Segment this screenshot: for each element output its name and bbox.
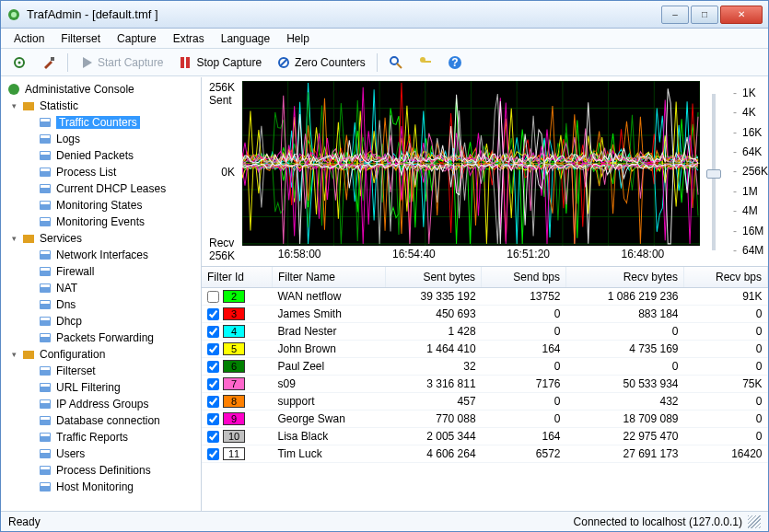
tree-item[interactable]: Monitoring Events	[3, 214, 201, 230]
tree-group[interactable]: ▾Configuration	[3, 346, 201, 363]
tree-item[interactable]: Traffic Counters	[3, 114, 201, 131]
filter-name: Paul Zeel	[272, 358, 385, 376]
recv-bps: 0	[684, 306, 768, 323]
url-icon	[38, 380, 52, 395]
row-checkbox[interactable]	[207, 378, 219, 390]
expander-icon[interactable]: ▾	[8, 349, 19, 360]
tree-item[interactable]: Firewall	[3, 263, 201, 280]
table-row[interactable]: 3James Smith450 6930883 1840	[202, 306, 768, 323]
tool-key-button[interactable]	[413, 52, 438, 73]
tree-item[interactable]: Logs	[3, 131, 201, 147]
svg-rect-34	[41, 251, 50, 254]
svg-rect-7	[186, 57, 190, 68]
table-row[interactable]: 8support45704320	[202, 393, 768, 411]
slider-thumb[interactable]	[706, 169, 721, 179]
row-checkbox[interactable]	[207, 343, 219, 355]
close-button[interactable]: ✕	[720, 6, 763, 24]
tree-item[interactable]: Process List	[3, 164, 201, 180]
tree-item[interactable]: Users	[3, 445, 201, 462]
table-row[interactable]: 5John Brown1 464 4101644 735 1690	[202, 341, 768, 358]
col-header[interactable]: Sent bytes	[386, 267, 482, 288]
menu-extras[interactable]: Extras	[166, 30, 212, 47]
svg-point-1	[11, 12, 17, 17]
tree-group[interactable]: ▾Services	[3, 230, 201, 247]
start-capture-button[interactable]: Start Capture	[74, 52, 169, 73]
menu-capture[interactable]: Capture	[110, 30, 164, 47]
filter-table[interactable]: Filter IdFilter NameSent bytesSend bpsRe…	[202, 266, 768, 511]
tree-item[interactable]: URL Filtering	[3, 379, 201, 396]
svg-rect-25	[41, 168, 50, 171]
menu-filterset[interactable]: Filterset	[53, 30, 108, 47]
table-row[interactable]: 11Tim Luck4 606 264657227 691 17316420	[202, 445, 768, 463]
row-checkbox[interactable]	[207, 448, 219, 460]
tool-tools-button[interactable]	[36, 52, 62, 73]
tree-item[interactable]: IP Address Groups	[3, 396, 201, 412]
row-checkbox[interactable]	[207, 396, 219, 408]
row-checkbox[interactable]	[207, 326, 219, 338]
target-icon	[12, 55, 27, 70]
tool-help-button[interactable]: ?	[442, 52, 468, 73]
nav-tree[interactable]: Administative Console ▾StatisticTraffic …	[1, 77, 202, 511]
row-checkbox[interactable]	[207, 413, 219, 425]
tool-target-button[interactable]	[6, 52, 32, 73]
filter-color-swatch: 10	[223, 430, 245, 443]
row-checkbox[interactable]	[207, 361, 219, 373]
col-header[interactable]: Filter Name	[272, 267, 385, 288]
resize-grip[interactable]	[748, 515, 761, 528]
maximize-button[interactable]: □	[691, 6, 718, 24]
table-row[interactable]: 6Paul Zeel32000	[202, 358, 768, 376]
sent-bytes: 770 088	[386, 411, 482, 428]
send-bps: 6572	[482, 445, 566, 463]
tree-item[interactable]: Denied Packets	[3, 147, 201, 164]
menu-action[interactable]: Action	[6, 30, 52, 47]
chart-plot[interactable]	[242, 81, 700, 246]
zoom-slider[interactable]	[704, 81, 724, 262]
svg-rect-32	[23, 235, 34, 243]
stop-capture-button[interactable]: Stop Capture	[172, 52, 267, 73]
tree-item[interactable]: Network Interfaces	[3, 247, 201, 263]
menu-bar: Action Filterset Capture Extras Language…	[1, 29, 768, 49]
filter-name: James Smith	[272, 306, 385, 323]
table-row[interactable]: 7s093 316 811717650 533 93475K	[202, 376, 768, 393]
table-row[interactable]: 10Lisa Black2 005 34416422 975 4700	[202, 428, 768, 445]
tree-item[interactable]: Dns	[3, 296, 201, 313]
tree-item[interactable]: Monitoring States	[3, 197, 201, 214]
row-checkbox[interactable]	[207, 431, 219, 443]
sent-bytes: 457	[386, 393, 482, 411]
col-header[interactable]: Filter Id	[202, 267, 272, 288]
col-header[interactable]: Send bps	[482, 267, 566, 288]
menu-help[interactable]: Help	[279, 30, 317, 47]
tree-item[interactable]: Process Definitions	[3, 462, 201, 479]
tree-item[interactable]: Packets Forwarding	[3, 330, 201, 346]
tree-item[interactable]: NAT	[3, 280, 201, 296]
svg-rect-17	[23, 102, 34, 110]
sent-bytes: 1 464 410	[386, 341, 482, 358]
send-bps: 0	[482, 323, 566, 341]
table-row[interactable]: 4Brad Nester1 428000	[202, 323, 768, 341]
expander-icon[interactable]: ▾	[8, 233, 19, 244]
row-checkbox[interactable]	[207, 308, 219, 320]
status-left: Ready	[8, 515, 41, 528]
tree-item[interactable]: Filterset	[3, 363, 201, 379]
tree-item[interactable]: Dhcp	[3, 313, 201, 330]
menu-language[interactable]: Language	[214, 30, 277, 47]
minimize-button[interactable]: –	[661, 6, 689, 24]
app-window: TrafAdmin - [default.tmf ] – □ ✕ Action …	[0, 0, 769, 532]
tree-root[interactable]: Administative Console	[3, 81, 201, 98]
svg-rect-55	[41, 434, 50, 436]
chart-area: 256K Sent 0K Recv 256K 16:58:00 16:54:40…	[202, 77, 768, 266]
col-header[interactable]: Recv bytes	[566, 267, 684, 288]
table-row[interactable]: 9George Swan770 088018 709 0890	[202, 411, 768, 428]
zero-counters-button[interactable]: Zero Counters	[271, 52, 371, 73]
tree-item[interactable]: Traffic Reports	[3, 429, 201, 445]
tree-item[interactable]: Database connection	[3, 412, 201, 429]
row-checkbox[interactable]	[207, 291, 219, 303]
tree-item[interactable]: Current DHCP Leases	[3, 180, 201, 197]
tree-item[interactable]: Host Monitoring	[3, 479, 201, 495]
tool-find-button[interactable]	[383, 52, 409, 73]
expander-icon[interactable]: ▾	[8, 100, 19, 111]
tree-group[interactable]: ▾Statistic	[3, 98, 201, 114]
table-row[interactable]: 2WAN netflow39 335 192137521 086 219 236…	[202, 288, 768, 306]
filter-name: John Brown	[272, 341, 385, 358]
col-header[interactable]: Recv bps	[684, 267, 768, 288]
